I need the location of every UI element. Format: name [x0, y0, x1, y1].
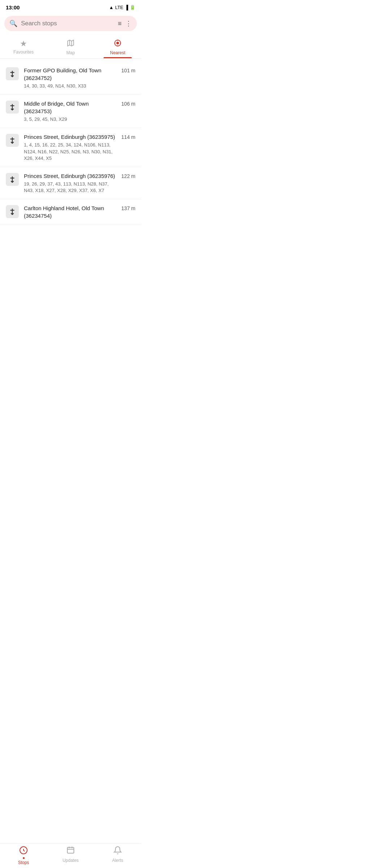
stop-item-2[interactable]: Princes Street, Edinburgh (36235975) 1, …	[0, 128, 141, 167]
stop-distance-1: 106 m	[121, 101, 135, 107]
stop-routes-3: 19, 26, 29, 37, 43, 113, N113, N28, N37,…	[24, 181, 116, 194]
stop-info-2: Princes Street, Edinburgh (36235975) 1, …	[24, 133, 116, 162]
tab-map-label: Map	[66, 50, 75, 55]
status-icons: ▲ LTE ▐ 🔋	[109, 5, 135, 10]
favourites-icon: ★	[20, 39, 27, 48]
tab-nearest[interactable]: Nearest	[94, 35, 141, 58]
stop-distance-2: 114 m	[121, 134, 135, 140]
stop-item-4[interactable]: Carlton Highland Hotel, Old Town (362347…	[0, 199, 141, 225]
signal-icon: ▐	[125, 5, 128, 10]
stop-info-1: Middle of Bridge, Old Town (36234753) 3,…	[24, 100, 116, 123]
stop-info-0: Former GPO Building, Old Town (36234752)…	[24, 67, 116, 89]
lte-icon: LTE	[115, 5, 123, 10]
svg-point-3	[117, 42, 119, 44]
stop-name-1: Middle of Bridge, Old Town (36234753)	[24, 100, 116, 115]
stop-distance-4: 137 m	[121, 205, 135, 211]
stop-name-0: Former GPO Building, Old Town (36234752)	[24, 67, 116, 82]
stop-icon-2	[6, 134, 19, 147]
stop-routes-1: 3, 5, 29, 45, N3, X29	[24, 116, 116, 123]
tab-map[interactable]: Map	[47, 35, 94, 58]
filter-icon[interactable]: ≡	[118, 20, 122, 27]
stop-distance-3: 122 m	[121, 173, 135, 179]
stop-name-2: Princes Street, Edinburgh (36235975)	[24, 133, 116, 141]
search-input[interactable]	[21, 20, 114, 27]
tabs: ★ Favourites Map Nearest	[0, 35, 141, 59]
stop-item-1[interactable]: Middle of Bridge, Old Town (36234753) 3,…	[0, 95, 141, 128]
stop-distance-0: 101 m	[121, 68, 135, 73]
status-time: 13:00	[6, 4, 20, 10]
stop-info-4: Carlton Highland Hotel, Old Town (362347…	[24, 204, 116, 220]
tab-favourites-label: Favourites	[13, 50, 34, 55]
tab-favourites[interactable]: ★ Favourites	[0, 35, 47, 58]
stop-list: Former GPO Building, Old Town (36234752)…	[0, 61, 141, 254]
more-icon[interactable]: ⋮	[125, 20, 132, 27]
nearest-icon	[114, 39, 122, 49]
stop-info-3: Princes Street, Edinburgh (36235976) 19,…	[24, 172, 116, 194]
stop-icon-1	[6, 101, 19, 114]
stop-routes-2: 1, 4, 15, 16, 22, 25, 34, 124, N106, N11…	[24, 142, 116, 162]
stop-name-3: Princes Street, Edinburgh (36235976)	[24, 172, 116, 180]
stop-item-0[interactable]: Former GPO Building, Old Town (36234752)…	[0, 61, 141, 95]
tab-nearest-label: Nearest	[110, 50, 125, 55]
wifi-icon: ▲	[109, 5, 114, 10]
search-bar[interactable]: 🔍 ≡ ⋮	[4, 16, 137, 31]
search-icon: 🔍	[9, 20, 17, 27]
status-bar: 13:00 ▲ LTE ▐ 🔋	[0, 0, 141, 13]
stop-name-4: Carlton Highland Hotel, Old Town (362347…	[24, 204, 116, 220]
stop-icon-3	[6, 173, 19, 186]
stop-routes-0: 14, 30, 33, 49, N14, N30, X33	[24, 83, 116, 89]
battery-icon: 🔋	[130, 5, 135, 10]
stop-item-3[interactable]: Princes Street, Edinburgh (36235976) 19,…	[0, 167, 141, 199]
map-icon	[67, 39, 75, 49]
stop-icon-4	[6, 205, 19, 218]
stop-icon-0	[6, 67, 19, 80]
